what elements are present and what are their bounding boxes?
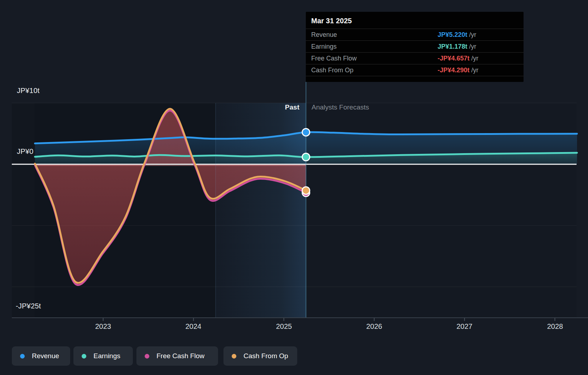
- legend-chip-earnings[interactable]: Earnings: [73, 346, 133, 366]
- tooltip-value: -JP¥4.290t: [438, 67, 469, 74]
- x-axis-label-2028: 2028: [547, 322, 563, 331]
- legend-chip-cash-from-op[interactable]: Cash From Op: [223, 346, 297, 366]
- tooltip-value: -JP¥4.657t: [438, 55, 469, 62]
- tooltip-suffix: /yr: [469, 31, 476, 38]
- x-axis: 2023 2024 2025 2026 2027 2028: [0, 322, 588, 332]
- tooltip-row-revenue: Revenue JP¥5.220t /yr: [306, 29, 524, 41]
- chart-legend: Revenue Earnings Free Cash Flow Cash Fro…: [0, 346, 588, 366]
- tooltip-suffix: /yr: [471, 55, 478, 62]
- tooltip-label: Free Cash Flow: [311, 53, 357, 64]
- x-axis-label-2026: 2026: [366, 322, 382, 331]
- earnings-revenue-history-chart: JP¥10t JP¥0 -JP¥25t Past Analysts Foreca…: [0, 0, 588, 375]
- earnings-series-dot-icon: [82, 354, 86, 359]
- revenue-series-dot-icon: [20, 354, 25, 359]
- legend-label: Revenue: [32, 352, 59, 360]
- past-section-label: Past: [249, 103, 299, 111]
- y-axis-label-minus25t: -JP¥25t: [16, 302, 41, 310]
- free-cash-flow-series-dot-icon: [145, 354, 149, 359]
- tooltip-date: Mar 31 2025: [306, 12, 524, 29]
- x-axis-label-2027: 2027: [457, 322, 473, 331]
- legend-chip-revenue[interactable]: Revenue: [12, 346, 70, 366]
- tooltip-label: Earnings: [311, 41, 337, 53]
- legend-label: Earnings: [93, 352, 120, 360]
- tooltip-suffix: /yr: [471, 67, 478, 74]
- legend-label: Free Cash Flow: [156, 352, 204, 360]
- chart-tooltip: Mar 31 2025 Revenue JP¥5.220t /yr Earnin…: [306, 12, 524, 82]
- tooltip-row-free-cash-flow: Free Cash Flow -JP¥4.657t /yr: [306, 53, 524, 64]
- analysts-forecasts-section-label: Analysts Forecasts: [312, 103, 369, 111]
- x-axis-label-2023: 2023: [95, 322, 111, 331]
- legend-chip-free-cash-flow[interactable]: Free Cash Flow: [136, 346, 218, 366]
- x-axis-label-2024: 2024: [185, 322, 202, 331]
- tooltip-suffix: /yr: [469, 43, 476, 50]
- x-axis-label-2025: 2025: [276, 322, 292, 331]
- tooltip-label: Cash From Op: [311, 64, 353, 76]
- legend-label: Cash From Op: [244, 352, 288, 360]
- cash-from-op-series-dot-icon: [232, 354, 236, 359]
- tooltip-value: JP¥5.220t: [438, 31, 467, 38]
- tooltip-row-earnings: Earnings JP¥1.178t /yr: [306, 41, 524, 53]
- tooltip-value: JP¥1.178t: [438, 43, 467, 50]
- tooltip-row-cash-from-op: Cash From Op -JP¥4.290t /yr: [306, 64, 524, 76]
- y-axis-label-10t: JP¥10t: [17, 87, 39, 95]
- tooltip-label: Revenue: [311, 29, 337, 41]
- y-axis-label-0: JP¥0: [17, 147, 33, 156]
